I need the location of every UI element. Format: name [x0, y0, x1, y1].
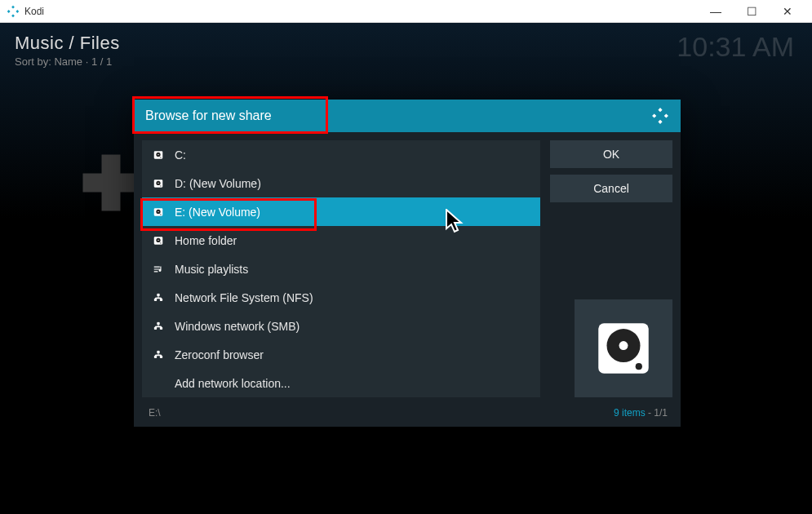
kodi-logo-icon: [651, 107, 669, 125]
svg-rect-31: [160, 356, 162, 357]
source-list-item[interactable]: Windows network (SMB): [142, 312, 540, 340]
window-title: Kodi: [24, 6, 698, 17]
kodi-app-icon: [7, 5, 20, 18]
svg-rect-30: [154, 356, 156, 357]
cancel-button[interactable]: Cancel: [550, 175, 672, 202]
source-list-item[interactable]: Home folder: [142, 226, 540, 255]
drive-icon: [152, 177, 165, 190]
source-item-label: E: (New Volume): [175, 206, 260, 219]
source-list-item[interactable]: D: (New Volume): [142, 169, 540, 197]
source-item-label: Network File System (NFS): [175, 291, 313, 304]
svg-rect-26: [158, 294, 159, 295]
svg-rect-7: [658, 120, 662, 124]
source-item-label: Zeroconf browser: [175, 348, 264, 361]
source-item-label: Music playlists: [175, 263, 248, 276]
network-icon: [152, 291, 165, 304]
drive-icon: [152, 206, 165, 219]
minimize-button[interactable]: —: [698, 0, 734, 23]
source-item-label: C:: [175, 148, 186, 162]
source-item-label: D: (New Volume): [175, 177, 261, 190]
svg-rect-5: [652, 113, 656, 117]
svg-rect-28: [160, 327, 162, 329]
svg-rect-27: [154, 327, 156, 329]
dialog-sidebar: OK Cancel: [550, 140, 672, 397]
drive-icon: [152, 234, 165, 247]
clock: 10:31 AM: [677, 31, 794, 63]
window-titlebar: Kodi — ☐ ✕: [0, 0, 812, 23]
network-icon: [152, 348, 165, 361]
window-controls: — ☐ ✕: [698, 0, 805, 23]
ok-button[interactable]: OK: [550, 140, 672, 168]
item-count: 9 items - 1/1: [614, 407, 668, 419]
svg-point-19: [160, 214, 161, 215]
source-list-item[interactable]: Zeroconf browser: [142, 340, 540, 369]
dialog-footer: E:\ 9 items - 1/1: [134, 402, 681, 427]
svg-rect-4: [658, 108, 662, 112]
source-item-label: Add network location...: [175, 377, 291, 390]
breadcrumb: Music / Files Sort by: Name · 1 / 1: [15, 33, 120, 68]
dialog-title: Browse for new share: [145, 109, 651, 123]
drive-icon: [152, 148, 165, 162]
svg-rect-32: [158, 351, 159, 352]
svg-rect-29: [158, 322, 159, 324]
svg-point-23: [160, 242, 161, 243]
playlist-icon: [152, 263, 165, 276]
source-list-item[interactable]: Network File System (NFS): [142, 283, 540, 312]
svg-rect-24: [154, 299, 156, 300]
svg-point-14: [158, 182, 158, 183]
blank-icon: [152, 377, 165, 390]
svg-rect-0: [11, 5, 15, 8]
svg-rect-2: [16, 10, 19, 13]
svg-point-36: [636, 363, 642, 370]
app-viewport: Music / Files Sort by: Name · 1 / 1 10:3…: [0, 23, 812, 512]
dialog-body: C:D: (New Volume)E: (New Volume)Home fol…: [134, 132, 681, 402]
svg-point-10: [158, 153, 158, 154]
svg-rect-3: [11, 14, 15, 17]
source-list: C:D: (New Volume)E: (New Volume)Home fol…: [142, 140, 540, 397]
sort-status: Sort by: Name · 1 / 1: [15, 55, 120, 68]
svg-point-18: [158, 210, 158, 211]
current-path: E:\: [149, 407, 161, 419]
svg-point-11: [160, 157, 161, 157]
browse-dialog: Browse for new share C:D: (New Volume)E:…: [134, 100, 681, 427]
network-icon: [152, 320, 165, 333]
dialog-header: Browse for new share: [134, 100, 681, 132]
source-list-item[interactable]: C:: [142, 140, 540, 169]
close-button[interactable]: ✕: [770, 0, 805, 23]
svg-point-22: [158, 239, 158, 240]
source-item-label: Windows network (SMB): [175, 320, 300, 333]
source-list-item[interactable]: Add network location...: [142, 369, 540, 397]
source-item-label: Home folder: [175, 234, 237, 247]
svg-rect-1: [7, 10, 11, 13]
svg-point-15: [160, 185, 161, 186]
source-list-item[interactable]: Music playlists: [142, 255, 540, 283]
svg-rect-25: [160, 299, 162, 300]
source-list-item[interactable]: E: (New Volume): [142, 197, 540, 226]
svg-rect-6: [664, 113, 668, 117]
svg-point-35: [619, 341, 628, 350]
drive-thumbnail: [575, 299, 672, 397]
maximize-button[interactable]: ☐: [734, 0, 770, 23]
breadcrumb-path: Music / Files: [15, 33, 120, 54]
